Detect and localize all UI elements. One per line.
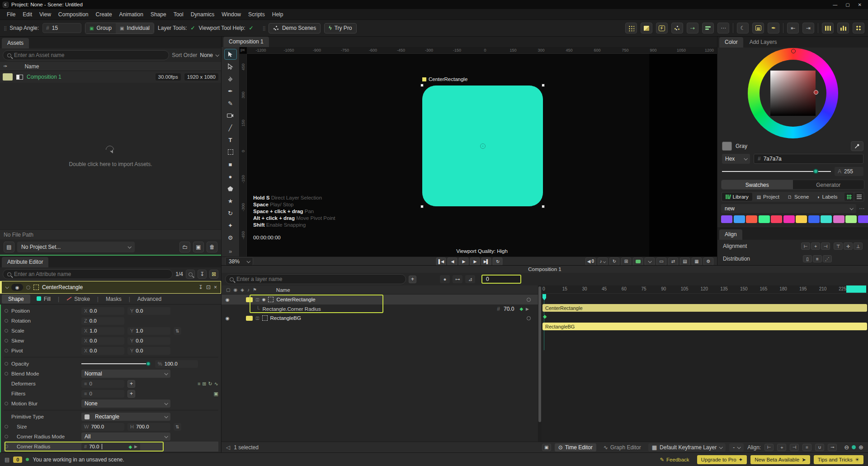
scale-y-field[interactable]: Y1.0 bbox=[127, 327, 170, 335]
go-to-end-button[interactable]: ▶▌ bbox=[481, 257, 491, 266]
grid-overlay-icon[interactable]: ⊞ bbox=[621, 257, 631, 266]
color-swatch[interactable] bbox=[808, 215, 820, 223]
screens-icon[interactable]: ▣ bbox=[193, 242, 204, 252]
distribute-v-icon[interactable]: ≡ bbox=[813, 255, 822, 262]
transparency-checker-icon[interactable]: ▦ bbox=[692, 257, 702, 266]
settings-tool[interactable]: ⚙ bbox=[224, 232, 237, 243]
opacity-slider[interactable] bbox=[81, 363, 148, 364]
keyframe-dot[interactable] bbox=[5, 402, 8, 405]
selection-handle[interactable] bbox=[420, 205, 424, 208]
deselect-icon[interactable]: ◁ bbox=[226, 444, 230, 451]
audio-column-icon[interactable]: ♪ bbox=[247, 287, 250, 292]
align-right-icon[interactable]: ⊣ bbox=[821, 243, 830, 250]
solo-circle-icon[interactable] bbox=[26, 285, 30, 290]
distribute-spacing-icon[interactable]: ⋰ bbox=[823, 255, 832, 262]
close-icon[interactable]: × bbox=[214, 284, 217, 290]
ball-preview-icon[interactable]: ● bbox=[440, 275, 450, 283]
rotation-z-field[interactable]: Z0.0 bbox=[81, 317, 124, 325]
timeline-ruler[interactable]: 0153045607590105120135150165180195210225… bbox=[542, 285, 868, 294]
color-swatch[interactable] bbox=[796, 215, 807, 223]
alpha-field[interactable]: A 255 bbox=[835, 167, 863, 176]
extrude-icon[interactable] bbox=[641, 23, 652, 33]
color-swatch[interactable] bbox=[746, 215, 757, 223]
feedback-button[interactable]: ✎Feedback bbox=[656, 455, 693, 464]
align-top-icon[interactable]: ⊤ bbox=[834, 243, 843, 250]
keyframe-layer-dropdown[interactable]: ▦Default Keyframe Layer bbox=[648, 443, 726, 452]
render-flag-icon[interactable] bbox=[527, 316, 531, 320]
folder-icon[interactable]: 🗀 bbox=[179, 242, 190, 252]
color-swatch[interactable] bbox=[821, 215, 832, 223]
layer-bar-rectangle-bg[interactable]: RectangleBG bbox=[542, 323, 867, 330]
refresh-viewport-icon[interactable]: ↻ bbox=[609, 257, 619, 266]
render-column-icon[interactable]: ◈ bbox=[241, 287, 244, 292]
keyframe-dot[interactable] bbox=[5, 349, 8, 352]
message-count-badge[interactable]: 0 bbox=[13, 456, 22, 463]
keyframe-dot[interactable] bbox=[5, 362, 8, 366]
layer-tools-check-icon[interactable]: ✓ bbox=[191, 25, 195, 31]
audio-icon[interactable]: ♪ bbox=[598, 257, 608, 266]
timeline-keyframe-diamond[interactable]: ◆ bbox=[543, 314, 547, 319]
alpha-slider[interactable] bbox=[722, 171, 831, 172]
layer-bar-center-rectangle[interactable]: CenterRectangle bbox=[542, 304, 867, 312]
color-wheel[interactable] bbox=[748, 48, 838, 138]
add-layer-button[interactable]: + bbox=[409, 276, 416, 283]
menu-edit[interactable]: Edit bbox=[19, 10, 35, 19]
layer-attr-row-corner-radius[interactable]: └ Rectangle.Corner Radius # 70.0 ◆ ▶ bbox=[222, 304, 538, 313]
color-swatch[interactable] bbox=[721, 215, 732, 223]
keyframe-dot[interactable] bbox=[5, 425, 8, 428]
wave-icon[interactable]: ∿ bbox=[214, 381, 218, 387]
selection-handle[interactable] bbox=[542, 205, 545, 208]
keyframe-dot[interactable] bbox=[5, 319, 8, 323]
corner-radius-mode-dropdown[interactable]: All bbox=[81, 433, 170, 441]
onion-skin-icon[interactable]: ⊶ bbox=[453, 275, 462, 283]
size-w-field[interactable]: W700.0 bbox=[81, 423, 124, 431]
eye-column-icon[interactable]: ◉ bbox=[233, 287, 237, 292]
rectangle-tool[interactable]: ■ bbox=[224, 159, 237, 170]
opacity-field[interactable]: %100.0 bbox=[155, 360, 198, 368]
align-start-icon[interactable]: ⊢ bbox=[764, 444, 774, 451]
color-swatch[interactable] bbox=[783, 215, 795, 223]
lock-column-icon[interactable]: ▢ bbox=[226, 287, 230, 292]
text-frame-icon[interactable]: F bbox=[656, 23, 668, 33]
skew-y-field[interactable]: Y0.0 bbox=[127, 337, 170, 345]
sort-order-chevron-icon[interactable] bbox=[215, 53, 219, 57]
position-y-field[interactable]: Y0.0 bbox=[127, 307, 170, 315]
project-browser-icon[interactable]: ▤ bbox=[4, 242, 14, 252]
color-format-dropdown[interactable]: Hex bbox=[722, 154, 750, 164]
align-bottom-icon[interactable]: ⊥ bbox=[854, 243, 863, 250]
minimize-button[interactable]: — bbox=[833, 2, 837, 7]
play-button[interactable]: ▶ bbox=[459, 257, 469, 266]
keyframe-dot[interactable] bbox=[5, 309, 8, 313]
expand-panel-icon[interactable]: ▣ bbox=[542, 444, 551, 451]
zoom-out-icon[interactable]: ⊖ bbox=[844, 444, 849, 451]
pen-tool[interactable]: ✒ bbox=[224, 86, 237, 96]
asset-row-composition-1[interactable]: Composition 1 30.00fps 1920 x 1080 bbox=[0, 71, 221, 83]
size-h-field[interactable]: H700.0 bbox=[127, 423, 170, 431]
camera-tool[interactable] bbox=[224, 110, 237, 121]
expression-arrow-icon[interactable]: ▶ bbox=[526, 307, 529, 311]
swatch-set-menu-icon[interactable]: ⋯ bbox=[859, 205, 864, 212]
keyframe-dot[interactable] bbox=[5, 339, 8, 342]
star-tool[interactable]: ★ bbox=[224, 195, 237, 206]
menu-tool[interactable]: Tool bbox=[170, 10, 187, 19]
expand-tools-icon[interactable]: » bbox=[224, 246, 237, 257]
tab-advanced[interactable]: Advanced bbox=[131, 295, 168, 304]
list-view-icon[interactable] bbox=[854, 193, 863, 201]
layer-color-swatch[interactable] bbox=[246, 297, 253, 302]
isolate-icon[interactable]: ⊡ bbox=[206, 284, 211, 290]
console-icon[interactable]: ▤ bbox=[5, 456, 9, 463]
layer-row-center-rectangle[interactable]: ◉ ◫ ◉ CenterRectangle bbox=[222, 295, 538, 304]
go-to-start-button[interactable]: ▌◀ bbox=[436, 257, 446, 266]
flag-column-icon[interactable]: ⚑ bbox=[253, 287, 257, 292]
selection-handle[interactable] bbox=[420, 84, 424, 87]
viewport-tool-help-check-icon[interactable]: ✓ bbox=[249, 25, 254, 31]
layer-search-input[interactable] bbox=[236, 276, 401, 282]
eye-icon[interactable]: ◉ bbox=[224, 297, 231, 302]
asset-import-dropzone[interactable]: Double click here to import Assets. bbox=[0, 83, 221, 229]
tab-align[interactable]: Align bbox=[719, 229, 742, 240]
tab-assets[interactable]: Assets bbox=[2, 38, 29, 48]
align-h-center-icon[interactable]: ＋ bbox=[811, 243, 820, 250]
viewport-settings-icon[interactable]: ⚙ bbox=[703, 257, 713, 266]
clear-filter-icon[interactable]: ⊠ bbox=[209, 270, 218, 279]
tips-and-tricks-button[interactable]: Tips and Tricks☀ bbox=[814, 455, 863, 464]
